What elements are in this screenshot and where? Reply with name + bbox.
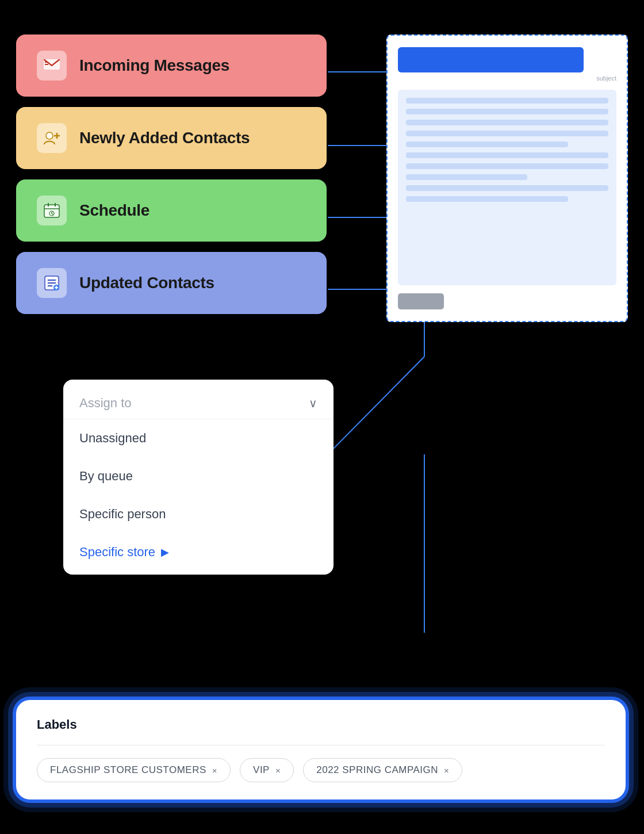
labels-title: Labels [37, 717, 605, 732]
vip-close-icon[interactable]: × [275, 766, 281, 775]
newly-label: Newly Added Contacts [79, 129, 250, 147]
schedule-label: Schedule [79, 201, 150, 220]
chevron-down-icon: ∨ [309, 396, 317, 410]
labels-panel: Labels FLAGSHIP STORE CUSTOMERS × VIP × … [16, 700, 626, 799]
updated-label: Updated Contacts [79, 274, 214, 292]
label-chip-vip[interactable]: VIP × [240, 758, 294, 782]
email-line [406, 185, 608, 191]
svg-point-10 [46, 132, 53, 139]
assign-option-unassigned[interactable]: Unassigned [63, 419, 334, 457]
incoming-icon [37, 51, 67, 81]
trigger-card-updated[interactable]: Updated Contacts [16, 252, 327, 314]
labels-divider [37, 745, 605, 745]
spring-close-icon[interactable]: × [444, 766, 449, 775]
email-line [406, 152, 608, 158]
spring-label: 2022 SPRING CAMPAIGN [316, 764, 438, 776]
main-container: Incoming Messages Newly Added Contacts [0, 0, 644, 834]
flagship-close-icon[interactable]: × [212, 766, 217, 775]
email-preview-panel: subject [386, 35, 628, 322]
labels-chips: FLAGSHIP STORE CUSTOMERS × VIP × 2022 SP… [37, 758, 605, 782]
email-line [406, 98, 608, 104]
flagship-label: FLAGSHIP STORE CUSTOMERS [50, 764, 206, 776]
email-subject-label: subject [398, 75, 616, 82]
specific-store-label: Specific store [79, 545, 155, 560]
trigger-cards-container: Incoming Messages Newly Added Contacts [16, 35, 327, 314]
email-line [406, 141, 568, 147]
vip-label: VIP [253, 764, 270, 776]
incoming-label: Incoming Messages [79, 56, 229, 75]
newly-icon [37, 123, 67, 153]
trigger-card-schedule[interactable]: Schedule [16, 179, 327, 242]
assign-option-by-queue[interactable]: By queue [63, 457, 334, 495]
email-line [406, 131, 608, 136]
email-line [406, 120, 608, 125]
label-chip-flagship[interactable]: FLAGSHIP STORE CUSTOMERS × [37, 758, 231, 782]
label-chip-spring[interactable]: 2022 SPRING CAMPAIGN × [303, 758, 462, 782]
trigger-card-newly[interactable]: Newly Added Contacts [16, 107, 327, 169]
email-subject-bar [398, 47, 584, 72]
updated-icon [37, 268, 67, 298]
assign-dropdown[interactable]: Assign to ∨ Unassigned By queue Specific… [63, 380, 334, 575]
assign-option-specific-person[interactable]: Specific person [63, 495, 334, 533]
email-footer-btn [398, 293, 444, 309]
trigger-card-incoming[interactable]: Incoming Messages [16, 35, 327, 97]
email-body-lines [398, 90, 616, 285]
schedule-icon [37, 196, 67, 225]
email-line [406, 174, 527, 180]
svg-line-5 [328, 357, 424, 454]
assign-header[interactable]: Assign to ∨ [63, 385, 334, 419]
assign-option-specific-store[interactable]: Specific store ▶ [63, 533, 334, 571]
assign-placeholder: Assign to [79, 396, 132, 411]
email-line [406, 196, 568, 202]
email-line [406, 109, 608, 114]
email-line [406, 163, 608, 169]
arrow-right-icon: ▶ [161, 546, 169, 558]
